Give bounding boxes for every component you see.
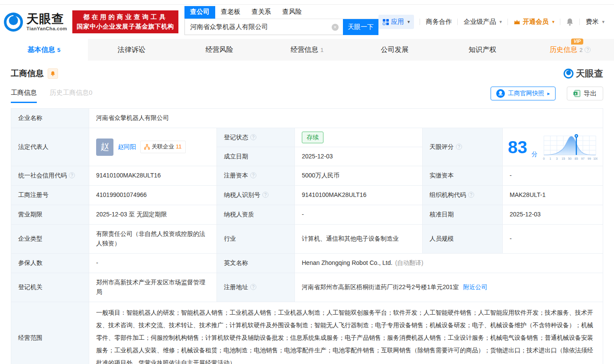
tab-history-label: 历史信息 — [549, 45, 577, 55]
legal-rep-name-link[interactable]: 赵同阳 — [118, 142, 136, 152]
status-badge: 存续 — [302, 132, 323, 144]
subtab-business-info[interactable]: 工商信息 — [11, 89, 37, 103]
snapshot-button-label: 工商官网快照 — [508, 90, 544, 97]
field-value-company-name: 河南省众擎机器人有限公司 — [89, 109, 603, 128]
subtab-history-business-info[interactable]: 历史工商信息0 — [50, 89, 92, 103]
legal-rep-avatar[interactable]: 赵 — [96, 139, 113, 156]
field-label-reg-address: 注册地址 — [217, 273, 295, 302]
export-button-label: 导出 — [584, 90, 597, 98]
score-unit: 分 — [532, 150, 538, 159]
svg-text:100: 100 — [593, 157, 598, 160]
promo-banner: 都在用的商业查询工具 国家中小企业发展子基金旗下机构 — [72, 10, 178, 34]
field-label-company-name: 企业名称 — [11, 109, 89, 128]
taxpayer-id-help-icon[interactable] — [262, 192, 268, 198]
field-value-legal-rep: 赵 赵同阳 关联企业 11 — [89, 128, 217, 166]
svg-text:3: 3 — [556, 157, 558, 160]
stamp-icon — [496, 89, 505, 98]
nav-vip-label: 开通会员 — [523, 18, 549, 26]
tab-legal-proceedings[interactable]: 法律诉讼 — [88, 39, 176, 61]
field-value-taxpayer-id: 91410100MAK28ULT16 — [295, 186, 423, 205]
reg-address-help-icon[interactable] — [250, 284, 256, 290]
field-label-business-scope: 经营范围 — [11, 302, 89, 364]
nav-enterprise-products[interactable]: 企业级产品 — [463, 18, 502, 26]
notification-bell-icon[interactable] — [566, 18, 574, 26]
field-value-tyc-score: 83 分 — [503, 128, 603, 166]
svg-text:85: 85 — [575, 157, 578, 160]
nearby-companies-link[interactable]: 附近公司 — [463, 283, 488, 290]
search-tab-boss[interactable]: 查老板 — [215, 6, 246, 19]
field-label-industry: 行业 — [217, 225, 295, 254]
nav-username: 费米 — [585, 18, 598, 26]
subscribe-bell-button[interactable] — [48, 68, 58, 79]
search-tab-relation[interactable]: 查关系 — [246, 6, 277, 19]
field-value-company-type: 有限责任公司（非自然人投资或控股的法人独资） — [89, 225, 217, 254]
auto-translate-note: (自动翻译) — [395, 259, 423, 266]
org-chart-icon — [144, 144, 150, 150]
field-value-staff-size: - — [503, 225, 603, 254]
clear-search-icon[interactable] — [332, 24, 339, 31]
nav-divider — [457, 19, 458, 25]
related-companies-label: 关联企业 — [152, 142, 174, 151]
nav-cooperation[interactable]: 商务合作 — [426, 18, 452, 26]
nav-open-vip[interactable]: 开通会员 — [514, 18, 555, 26]
tab-legal-label: 法律诉讼 — [118, 45, 145, 55]
tab-basic-info[interactable]: 基本信息 5 — [0, 39, 88, 61]
search-tabs: 查公司 查老板 查关系 查风险 — [184, 6, 378, 19]
field-label-english-name: 英文名称 — [217, 254, 295, 273]
org-code-help-icon[interactable] — [468, 192, 474, 198]
nav-user[interactable]: 费米 — [585, 18, 604, 26]
field-value-approval-date: 2025-12-03 — [503, 205, 603, 225]
export-button[interactable]: X 导出 — [567, 87, 603, 100]
vip-badge: VIP — [571, 39, 583, 45]
brand-domain: TianYanCha.com — [26, 26, 67, 31]
field-label-reg-capital: 注册资本 — [217, 166, 295, 186]
field-value-reg-authority: 郑州市高新技术产业开发区市场监督管理局 — [89, 273, 217, 302]
tab-ip-label: 知识产权 — [469, 45, 496, 55]
tab-operation-info[interactable]: 经营信息 1 — [263, 39, 351, 61]
nav-enterprise-label: 企业级产品 — [463, 18, 496, 26]
watermark-logo-icon — [563, 68, 574, 79]
official-snapshot-button[interactable]: 工商官网快照 — [491, 87, 556, 100]
field-label-credit-code: 统一社会信用代码 — [11, 166, 89, 186]
reg-status-help-icon[interactable] — [250, 134, 256, 140]
excel-icon: X — [573, 90, 580, 97]
tab-company-development[interactable]: 公司发展 — [351, 39, 439, 61]
business-info-table: 企业名称 河南省众擎机器人有限公司 法定代表人 赵 赵同阳 关联企 — [11, 108, 603, 364]
field-label-taxpayer-id: 纳税人识别号 — [217, 186, 295, 205]
reg-capital-help-icon[interactable] — [250, 172, 256, 178]
field-label-approval-date: 核准日期 — [423, 205, 503, 225]
field-label-taxpayer-quality: 纳税人资质 — [217, 205, 295, 225]
field-label-tyc-score: 天眼评分 — [423, 128, 503, 166]
svg-text:97: 97 — [581, 157, 585, 160]
field-label-company-type: 企业类型 — [11, 225, 89, 254]
field-value-taxpayer-quality: - — [295, 205, 423, 225]
history-help-icon[interactable] — [585, 47, 591, 53]
field-label-org-code: 组织机构代码 — [423, 186, 503, 205]
apps-grid-icon — [383, 19, 389, 25]
tab-history-info[interactable]: 历史信息 VIP 2 — [526, 39, 614, 61]
field-label-paid-capital: 实缴资本 — [423, 166, 503, 186]
promo-line1: 都在用的商业查询工具 — [77, 13, 174, 22]
tab-operation-risk[interactable]: 经营风险 — [175, 39, 263, 61]
svg-text:99: 99 — [588, 157, 591, 160]
credit-code-help-icon[interactable] — [69, 172, 75, 178]
tab-operation-count: 1 — [320, 47, 323, 53]
field-label-business-term: 营业期限 — [11, 205, 89, 225]
nav-apps[interactable]: 应用 — [378, 15, 414, 29]
field-value-reg-address: 河南省郑州市高新区梧桐街道药厂街22号2号楼1单元201室附近公司 — [295, 273, 603, 302]
search-tab-risk[interactable]: 查风险 — [277, 6, 307, 19]
search-button[interactable]: 天眼一下 — [343, 19, 378, 35]
tianyancha-logo-icon — [3, 12, 23, 32]
tianyancha-logo[interactable]: 天眼查 TianYanCha.com — [3, 12, 67, 32]
brand-name: 天眼查 — [26, 13, 67, 25]
search-tab-company[interactable]: 查公司 — [184, 6, 215, 19]
field-label-establish-date: 成立日期 — [217, 147, 295, 166]
field-value-business-term: 2025-12-03 至 无固定期限 — [89, 205, 217, 225]
nav-divider — [560, 19, 560, 25]
related-companies-badge[interactable]: 关联企业 11 — [140, 141, 186, 153]
field-label-legal-rep: 法定代表人 — [11, 128, 89, 166]
score-help-icon[interactable] — [456, 144, 462, 150]
search-input[interactable] — [184, 19, 343, 35]
score-number: 83 — [508, 139, 527, 156]
tab-intellectual-property[interactable]: 知识产权 — [439, 39, 527, 61]
